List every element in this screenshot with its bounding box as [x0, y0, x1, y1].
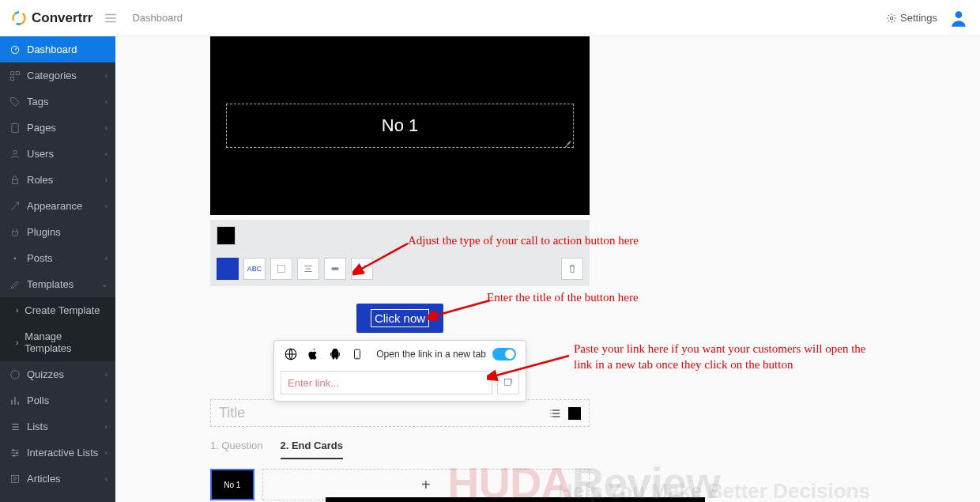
- tag-icon: [9, 96, 21, 108]
- svg-point-20: [364, 271, 365, 272]
- sidebar-label: Quizzes: [27, 368, 64, 380]
- delete-button[interactable]: [561, 258, 583, 280]
- menu-toggle-icon[interactable]: [104, 11, 118, 25]
- chevron-left-icon: ‹: [105, 176, 107, 184]
- title-placeholder: Title: [219, 405, 245, 421]
- svg-point-13: [13, 449, 14, 451]
- sidebar-item-posts[interactable]: Posts‹: [0, 245, 115, 271]
- sidebar-item-quizzes[interactable]: Quizzes‹: [0, 361, 115, 387]
- sidebar-item-templates[interactable]: Templates⌄: [0, 271, 115, 297]
- list-style-icon[interactable]: [549, 407, 562, 420]
- avatar-icon[interactable]: [948, 8, 969, 28]
- sidebar-label: Posts: [27, 252, 53, 264]
- posts-icon: [9, 253, 21, 264]
- gear-icon: [886, 13, 897, 24]
- platform-apple-icon[interactable]: [306, 347, 320, 361]
- border-style-button[interactable]: [270, 258, 292, 280]
- resize-handle-icon[interactable]: [564, 138, 571, 145]
- background-color-swatch[interactable]: [217, 226, 236, 245]
- slide-thumbnail[interactable]: No 1: [210, 469, 254, 500]
- wand-icon: [9, 201, 21, 212]
- logo-icon: [11, 10, 27, 26]
- sidebar-item-lists[interactable]: Lists‹: [0, 413, 115, 440]
- newtab-toggle[interactable]: [492, 348, 516, 360]
- sidebar-item-dashboard[interactable]: Dashboard: [0, 36, 115, 62]
- sidebar-item-polls[interactable]: Polls‹: [0, 387, 115, 413]
- chevron-left-icon: ‹: [105, 123, 107, 132]
- sidebar-item-roles[interactable]: Roles‹: [0, 167, 115, 193]
- slide-title-text: No 1: [382, 115, 418, 136]
- sidebar-item-tags[interactable]: Tags‹: [0, 89, 115, 115]
- sidebar-label: Create Template: [24, 304, 100, 316]
- tab-end-cards[interactable]: 2. End Cards: [281, 440, 343, 459]
- sidebar-label: Articles: [27, 473, 61, 485]
- svg-rect-18: [331, 267, 338, 270]
- sidebar-item-categories[interactable]: Categories‹: [0, 62, 115, 89]
- article-icon: [9, 474, 21, 485]
- cta-toolbar: ABC: [210, 251, 590, 286]
- effects-button[interactable]: [351, 258, 373, 280]
- slide-title-input[interactable]: No 1: [226, 104, 574, 148]
- chevron-left-icon: ‹: [105, 396, 107, 405]
- topbar: Convertrr Dashboard Settings: [0, 0, 980, 36]
- sidebar: Dashboard Categories‹ Tags‹ Pages‹ Users…: [0, 36, 115, 502]
- chevron-left-icon: ‹: [105, 474, 107, 483]
- svg-point-9: [13, 150, 17, 154]
- platform-mobile-icon[interactable]: [350, 347, 364, 361]
- chevron-right-icon: ›: [16, 338, 18, 347]
- sidebar-item-interactive-lists[interactable]: Interactive Lists‹: [0, 440, 115, 466]
- lock-icon: [9, 175, 21, 186]
- sidebar-item-appearance[interactable]: Appearance‹: [0, 193, 115, 219]
- svg-point-12: [11, 370, 20, 379]
- link-type-button[interactable]: [324, 258, 346, 280]
- tab-question[interactable]: 1. Question: [210, 440, 263, 459]
- svg-rect-10: [13, 179, 18, 183]
- page-icon: [9, 123, 21, 134]
- brand-logo[interactable]: Convertrr: [11, 10, 92, 26]
- cta-button[interactable]: Click now: [356, 304, 443, 333]
- sliders-icon: [9, 447, 21, 459]
- sidebar-item-plugins[interactable]: Plugins: [0, 219, 115, 245]
- align-button[interactable]: [297, 258, 319, 280]
- slide-canvas[interactable]: No 1: [210, 36, 590, 215]
- sidebar-label: Interactive Lists: [27, 447, 98, 459]
- platform-android-icon[interactable]: [328, 347, 342, 361]
- polls-icon: [9, 395, 21, 406]
- svg-point-22: [550, 413, 551, 413]
- sidebar-item-create-template[interactable]: ›Create Template: [0, 297, 115, 323]
- link-popover: Open the link in a new tab: [273, 340, 526, 402]
- quiz-icon: [9, 369, 21, 380]
- link-confirm-button[interactable]: [497, 371, 519, 394]
- sidebar-item-pages[interactable]: Pages‹: [0, 115, 115, 141]
- sidebar-label: Manage Templates: [24, 330, 106, 354]
- chevron-left-icon: ‹: [105, 448, 107, 457]
- svg-point-2: [890, 17, 893, 20]
- platform-web-icon[interactable]: [284, 347, 298, 361]
- sidebar-item-articles[interactable]: Articles‹: [0, 466, 115, 492]
- sidebar-label: Roles: [27, 174, 53, 186]
- sidebar-label: Dashboard: [27, 43, 77, 55]
- button-color-swatch[interactable]: [217, 258, 239, 280]
- svg-rect-27: [504, 379, 511, 385]
- sidebar-label: Users: [27, 148, 54, 160]
- title-field[interactable]: Title: [210, 399, 590, 427]
- chevron-left-icon: ‹: [105, 422, 107, 431]
- dashboard-icon: [9, 44, 21, 55]
- title-color-swatch[interactable]: [568, 407, 581, 420]
- sidebar-label: Lists: [27, 421, 48, 432]
- sidebar-label: Polls: [27, 394, 49, 406]
- breadcrumb[interactable]: Dashboard: [132, 12, 183, 24]
- chevron-left-icon: ‹: [105, 149, 107, 158]
- sidebar-item-users[interactable]: Users‹: [0, 141, 115, 167]
- svg-point-19: [359, 266, 360, 266]
- sidebar-label: Appearance: [27, 200, 82, 212]
- sidebar-item-manage-templates[interactable]: ›Manage Templates: [0, 323, 115, 361]
- categories-icon: [9, 70, 21, 81]
- sidebar-label: Categories: [27, 70, 77, 81]
- abc-style-button[interactable]: ABC: [243, 258, 266, 280]
- settings-link[interactable]: Settings: [886, 12, 937, 24]
- svg-rect-6: [16, 71, 19, 74]
- link-input[interactable]: [281, 371, 492, 394]
- sidebar-label: Templates: [27, 278, 74, 290]
- svg-rect-8: [12, 123, 18, 132]
